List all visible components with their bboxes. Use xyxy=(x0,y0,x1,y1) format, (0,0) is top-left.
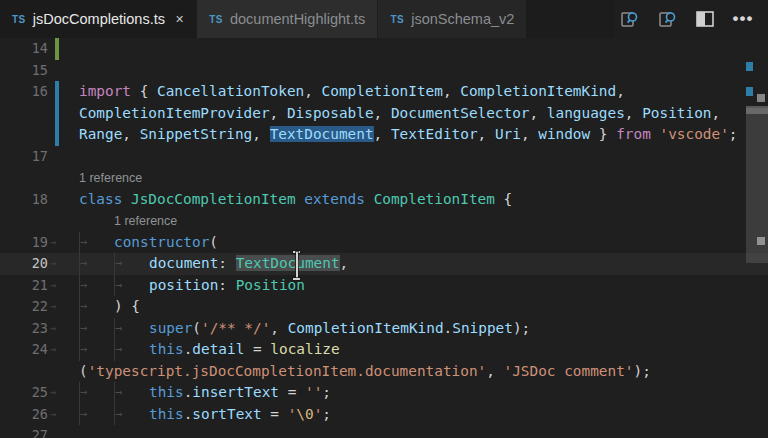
gutter-fold-arrow-icon: → xyxy=(50,382,57,404)
code-token: , xyxy=(478,126,495,142)
code-token: sortText xyxy=(192,406,261,422)
code-row: Range, SnippetString, TextDocument, Text… xyxy=(0,124,768,146)
gutter-modified-marker xyxy=(55,103,59,125)
code-token: , xyxy=(270,320,287,336)
line-number: 27 xyxy=(0,425,48,438)
code-token: , xyxy=(374,105,391,121)
code-token: Position xyxy=(642,105,711,121)
code-token: , xyxy=(443,83,460,99)
code-token: , xyxy=(711,105,720,121)
code-row: 25→→→this.insertText = ''; xyxy=(0,382,768,404)
code-token: this xyxy=(149,384,184,400)
code-token: TextEditor xyxy=(391,126,478,142)
code-line-content: →→super('/** */', CompletionItemKind.Sni… xyxy=(79,318,530,340)
code-row: 19→→constructor( xyxy=(0,232,768,254)
tab-documenthighlight[interactable]: TS documentHighlight.ts xyxy=(197,0,377,38)
codelens-references-link[interactable]: 1 reference xyxy=(114,211,177,233)
code-token: ' xyxy=(314,406,323,422)
code-row: 14 xyxy=(0,38,768,60)
code-row: 17 xyxy=(0,146,768,168)
code-token: CompletionItemKind xyxy=(288,320,444,336)
code-token: import xyxy=(79,83,131,99)
tab-whitespace-arrow-icon: → xyxy=(79,253,114,275)
code-token: CompletionItemProvider xyxy=(79,105,270,121)
code-line-content: import { CancellationToken, CompletionIt… xyxy=(79,81,625,103)
line-number: 26 xyxy=(0,404,48,426)
overview-modified-marker xyxy=(746,87,753,96)
open-preview-icon[interactable] xyxy=(614,4,644,34)
code-row: ('typescript.jsDocCompletionItem.documen… xyxy=(0,361,768,383)
code-token: = xyxy=(262,406,288,422)
code-token: CancellationToken xyxy=(157,83,304,99)
code-token: '' xyxy=(305,384,322,400)
code-token: \0 xyxy=(296,406,313,422)
code-token xyxy=(651,126,660,142)
code-token xyxy=(296,191,305,207)
vscode-window: TS jsDocCompletions.ts ✕ TS documentHigh… xyxy=(0,0,768,438)
codelens-references-link[interactable]: 1 reference xyxy=(79,168,142,190)
code-token: , xyxy=(530,105,547,121)
code-line-content: CompletionItemProvider, Disposable, Docu… xyxy=(79,103,720,125)
tab-whitespace-arrow-icon: → xyxy=(79,232,114,254)
code-token: ) { xyxy=(114,298,140,314)
open-preview-side-icon[interactable] xyxy=(652,4,682,34)
overview-highlight-marker xyxy=(746,106,768,114)
code-line-content: ('typescript.jsDocCompletionItem.documen… xyxy=(79,361,651,383)
code-row: 15 xyxy=(0,60,768,82)
code-row: CompletionItemProvider, Disposable, Docu… xyxy=(0,103,768,125)
code-token: class xyxy=(79,191,122,207)
codelens-row: 1 reference xyxy=(0,167,768,189)
code-token: ; xyxy=(729,126,738,142)
line-number: 19 xyxy=(0,232,48,254)
code-token: CompletionItem xyxy=(374,191,495,207)
code-token: 'JSDoc comment' xyxy=(504,363,634,379)
code-token: JsDocCompletionItem xyxy=(131,191,296,207)
code-token: , xyxy=(616,83,625,99)
code-token: , xyxy=(252,126,269,142)
tab-whitespace-arrow-icon: → xyxy=(79,404,114,426)
code-token: ( xyxy=(209,234,218,250)
code-token: = xyxy=(279,384,305,400)
tab-jsdoccompletions[interactable]: TS jsDocCompletions.ts ✕ xyxy=(0,0,196,38)
overview-highlight-marker xyxy=(757,237,765,245)
code-token: , xyxy=(304,83,321,99)
code-token: 'typescript.jsDocCompletionItem.document… xyxy=(88,363,487,379)
code-row: 18class JsDocCompletionItem extends Comp… xyxy=(0,189,768,211)
code-row: 20→→→document: TextDocument, xyxy=(0,253,768,275)
tab-label: jsonSchema_v2 xyxy=(411,11,514,27)
tab-whitespace-arrow-icon: → xyxy=(114,339,149,361)
line-number: 17 xyxy=(0,146,48,168)
code-token: window xyxy=(538,126,590,142)
highlighted-token: TextDocument xyxy=(270,126,374,142)
gutter-fold-arrow-icon: → xyxy=(50,339,57,361)
code-token: CompletionItemKind xyxy=(460,83,616,99)
line-number: 16 xyxy=(0,81,48,103)
tab-whitespace-arrow-icon: → xyxy=(114,275,149,297)
code-token: ); xyxy=(634,363,651,379)
tab-whitespace-arrow-icon: → xyxy=(79,382,114,404)
tab-jsonschema[interactable]: TS jsonSchema_v2 xyxy=(378,0,526,38)
tab-whitespace-arrow-icon: → xyxy=(114,404,149,426)
split-editor-icon[interactable] xyxy=(690,4,720,34)
close-tab-icon[interactable]: ✕ xyxy=(175,13,184,26)
code-row: 26→→→this.sortText = '\0'; xyxy=(0,404,768,426)
more-actions-icon[interactable]: ••• xyxy=(728,4,758,34)
code-token: SnippetString xyxy=(140,126,253,142)
code-line-content: class JsDocCompletionItem extends Comple… xyxy=(79,189,512,211)
line-number: 14 xyxy=(0,38,48,60)
tab-whitespace-arrow-icon: → xyxy=(79,318,114,340)
code-row: 21→→→position: Position xyxy=(0,275,768,297)
code-line-content: →→this.sortText = '\0'; xyxy=(79,404,331,426)
code-token: ); xyxy=(513,320,530,336)
code-token: : xyxy=(218,255,235,271)
code-token: , xyxy=(270,105,287,121)
code-token: . xyxy=(444,320,453,336)
code-token: document xyxy=(149,255,218,271)
gutter-fold-arrow-icon: → xyxy=(50,318,57,340)
code-editor[interactable]: 141516import { CancellationToken, Comple… xyxy=(0,38,768,438)
line-number: 24 xyxy=(0,339,48,361)
typescript-file-icon: TS xyxy=(209,14,223,25)
code-token: super xyxy=(149,320,192,336)
code-token: , xyxy=(340,255,349,271)
tab-label: jsDocCompletions.ts xyxy=(33,11,165,27)
